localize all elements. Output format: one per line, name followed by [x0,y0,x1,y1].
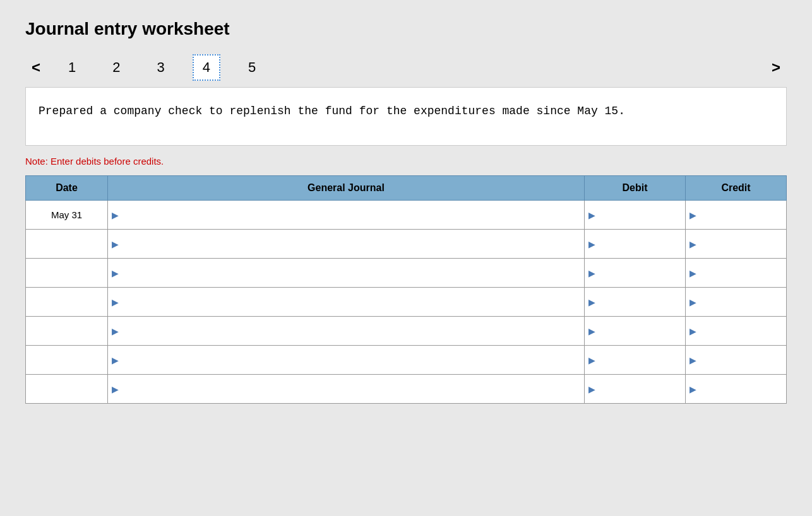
input-debit-6[interactable] [597,382,681,396]
arrow-debit-4: ▶ [588,326,595,336]
input-debit-0[interactable] [597,208,681,221]
input-debit-3[interactable] [597,295,681,308]
arrow-journal-1: ▶ [112,239,119,249]
cell-date-3 [26,288,108,317]
arrow-debit-0: ▶ [588,210,595,220]
arrow-journal-0: ▶ [112,210,119,220]
cell-date-5 [26,346,108,375]
cell-journal-4[interactable]: ▶ [108,317,585,346]
cell-credit-2[interactable]: ▶ [686,259,787,288]
table-row: ▶▶▶ [26,317,787,346]
cell-date-1 [26,230,108,259]
cell-debit-1[interactable]: ▶ [585,230,686,259]
cell-debit-0[interactable]: ▶ [585,201,686,230]
cell-date-2 [26,259,108,288]
table-body: May 31▶▶▶▶▶▶▶▶▶▶▶▶▶▶▶▶▶▶▶▶▶ [26,201,787,404]
input-journal-6[interactable] [120,382,580,396]
arrow-journal-3: ▶ [112,297,119,307]
nav-row: < 12345 > [25,54,787,81]
cell-journal-6[interactable]: ▶ [108,375,585,404]
arrow-credit-2: ▶ [690,268,696,278]
table-row: ▶▶▶ [26,346,787,375]
cell-credit-0[interactable]: ▶ [686,201,787,230]
cell-debit-2[interactable]: ▶ [585,259,686,288]
arrow-journal-2: ▶ [112,268,119,278]
cell-date-0: May 31 [26,201,108,230]
arrow-debit-2: ▶ [588,268,595,278]
arrow-journal-6: ▶ [112,384,119,394]
next-arrow[interactable]: > [765,56,787,79]
arrow-debit-1: ▶ [588,239,595,249]
cell-date-4 [26,317,108,346]
input-debit-2[interactable] [597,266,681,279]
nav-tab-5[interactable]: 5 [239,56,265,79]
input-debit-1[interactable] [597,237,681,250]
table-row: May 31▶▶▶ [26,201,787,230]
cell-debit-5[interactable]: ▶ [585,346,686,375]
arrow-credit-5: ▶ [690,355,696,365]
note-text: Note: Enter debits before credits. [25,156,787,167]
nav-tab-1[interactable]: 1 [59,56,85,79]
cell-date-6 [26,375,108,404]
arrow-journal-4: ▶ [112,326,119,336]
cell-journal-0[interactable]: ▶ [108,201,585,230]
journal-table: Date General Journal Debit Credit May 31… [25,175,787,404]
header-debit: Debit [585,176,686,201]
cell-debit-6[interactable]: ▶ [585,375,686,404]
table-header: Date General Journal Debit Credit [26,176,787,201]
input-credit-6[interactable] [698,382,782,396]
cell-credit-1[interactable]: ▶ [686,230,787,259]
arrow-credit-1: ▶ [690,239,696,249]
input-credit-5[interactable] [698,353,782,366]
cell-journal-3[interactable]: ▶ [108,288,585,317]
nav-right-wrapper: > [277,56,787,79]
input-journal-4[interactable] [120,324,580,337]
cell-journal-5[interactable]: ▶ [108,346,585,375]
input-journal-1[interactable] [120,237,580,250]
table-row: ▶▶▶ [26,259,787,288]
cell-debit-4[interactable]: ▶ [585,317,686,346]
arrow-credit-6: ▶ [690,384,696,394]
header-date: Date [26,176,108,201]
input-journal-3[interactable] [120,295,580,308]
input-credit-0[interactable] [698,208,782,221]
input-credit-2[interactable] [698,266,782,279]
input-credit-3[interactable] [698,295,782,308]
header-credit: Credit [686,176,787,201]
nav-tabs: 12345 [59,54,265,81]
arrow-journal-5: ▶ [112,355,119,365]
cell-credit-3[interactable]: ▶ [686,288,787,317]
prev-arrow[interactable]: < [25,56,47,79]
page-title: Journal entry worksheet [25,19,787,39]
input-credit-4[interactable] [698,324,782,337]
cell-journal-1[interactable]: ▶ [108,230,585,259]
arrow-debit-3: ▶ [588,297,595,307]
description-box: Prepared a company check to replenish th… [25,87,787,146]
arrow-credit-4: ▶ [690,326,696,336]
arrow-credit-0: ▶ [690,210,696,220]
cell-credit-4[interactable]: ▶ [686,317,787,346]
input-journal-5[interactable] [120,353,580,366]
table-row: ▶▶▶ [26,230,787,259]
input-credit-1[interactable] [698,237,782,250]
nav-tab-2[interactable]: 2 [104,56,129,79]
input-journal-2[interactable] [120,266,580,279]
table-row: ▶▶▶ [26,288,787,317]
nav-tab-4[interactable]: 4 [193,54,220,81]
cell-credit-6[interactable]: ▶ [686,375,787,404]
arrow-credit-3: ▶ [690,297,696,307]
input-debit-4[interactable] [597,324,681,337]
header-journal: General Journal [108,176,585,201]
table-row: ▶▶▶ [26,375,787,404]
arrow-debit-5: ▶ [588,355,595,365]
input-journal-0[interactable] [120,208,580,221]
input-debit-5[interactable] [597,353,681,366]
arrow-debit-6: ▶ [588,384,595,394]
cell-credit-5[interactable]: ▶ [686,346,787,375]
nav-tab-3[interactable]: 3 [148,56,174,79]
cell-debit-3[interactable]: ▶ [585,288,686,317]
cell-journal-2[interactable]: ▶ [108,259,585,288]
